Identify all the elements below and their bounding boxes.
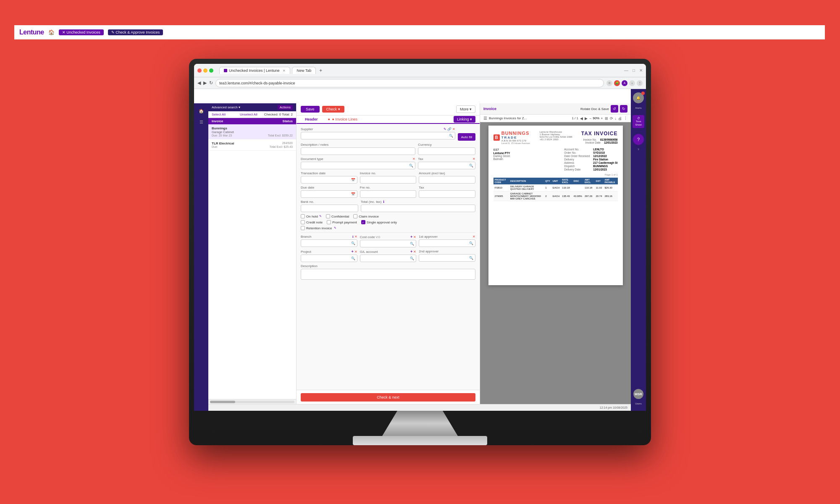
project-input[interactable]: [FS107] Fire St... 🔍 bbox=[301, 255, 357, 262]
nav-forward-button[interactable]: ▶ bbox=[203, 80, 207, 86]
invoice-item-tlr[interactable]: TLR Electrical 264/920 Due: Total Excl: … bbox=[208, 139, 296, 151]
cost-code-plus-icon[interactable]: + bbox=[410, 235, 412, 239]
branch-field[interactable]: (SYD) Sydney bbox=[303, 242, 350, 245]
download-icon[interactable]: ↓ bbox=[629, 80, 635, 86]
confidential-checkbox[interactable]: Confidential bbox=[326, 214, 349, 218]
cost-code-field[interactable]: (1200—M) Jo... bbox=[362, 242, 410, 246]
tab-invoice-lines[interactable]: ● ● Invoice Lines bbox=[324, 116, 362, 124]
bookmark-icon[interactable]: ☆ bbox=[606, 80, 612, 86]
project-plus-icon[interactable]: + bbox=[351, 249, 353, 254]
browser-restore-icon[interactable]: □ bbox=[633, 68, 635, 73]
total-info-icon[interactable]: ℹ bbox=[383, 200, 384, 204]
gl-account-x-icon[interactable]: ✕ bbox=[413, 250, 416, 254]
currency-field[interactable]: (NZD) Currency NZD bbox=[420, 150, 473, 153]
description-input[interactable]: Garage Cabinet bbox=[301, 147, 415, 155]
nav-reload-button[interactable]: ↻ bbox=[209, 80, 213, 86]
actions-label[interactable]: Actions bbox=[278, 105, 293, 110]
bank-no-input[interactable] bbox=[301, 205, 358, 212]
desc-line-input[interactable] bbox=[301, 269, 475, 280]
new-tab[interactable]: New Tab bbox=[292, 67, 316, 74]
check-next-button[interactable]: Check & next bbox=[301, 393, 475, 402]
cost-code-search-icon[interactable]: 🔍 bbox=[410, 242, 414, 246]
supplier-field[interactable]: [BUNNINGS] Bunnings bbox=[303, 134, 448, 138]
active-tab[interactable]: Unchecked Invoices | Lentune ✕ bbox=[219, 67, 290, 74]
prev-page-btn[interactable]: ◀ bbox=[580, 116, 583, 121]
minimize-button[interactable] bbox=[203, 68, 207, 73]
tax-amount-input[interactable]: 53.88 bbox=[419, 190, 475, 198]
refresh-preview-btn[interactable]: ↻ bbox=[620, 105, 627, 113]
supplier-search-icon[interactable]: 🔍 bbox=[449, 134, 453, 138]
second-approver-search-icon[interactable]: 🔍 bbox=[469, 256, 473, 260]
print-btn[interactable]: 🖨 bbox=[618, 116, 622, 121]
save-button[interactable]: Save bbox=[301, 106, 320, 113]
total-input[interactable]: 411.10 bbox=[361, 205, 475, 212]
unselect-all-btn[interactable]: Unselect All bbox=[240, 113, 257, 116]
settings-icon[interactable]: ⋮ bbox=[637, 80, 643, 86]
doctype-search-icon[interactable]: 🔍 bbox=[409, 164, 413, 168]
bank-no-field[interactable] bbox=[303, 207, 356, 210]
single-approval-checkbox[interactable]: ✓ Single approval only bbox=[361, 220, 397, 224]
supplier-x-icon[interactable]: ✕ bbox=[452, 127, 455, 131]
check-button[interactable]: Check ▾ bbox=[322, 106, 345, 113]
tab-header[interactable]: Header bbox=[301, 116, 322, 124]
supplier-input[interactable]: [BUNNINGS] Bunnings 🔍 bbox=[301, 132, 455, 139]
amount-excl-field[interactable]: 359.22 bbox=[421, 178, 473, 182]
gl-account-plus-icon[interactable]: + bbox=[410, 249, 412, 254]
tax-field[interactable]: (GSTPUR) GST bbox=[420, 164, 468, 168]
claim-invoice-checkbox[interactable]: Claim invoice bbox=[353, 214, 379, 218]
due-date-field[interactable]: 20/03/2023 bbox=[303, 192, 350, 196]
doctype-input[interactable]: Manual Approval 🔍 bbox=[301, 162, 415, 169]
next-page-btn[interactable]: ▶ bbox=[585, 116, 588, 121]
select-all-btn[interactable]: Select All bbox=[212, 113, 226, 116]
browser-minimize-icon[interactable]: — bbox=[624, 68, 628, 73]
branch-info-icon[interactable]: ℹ bbox=[352, 235, 354, 239]
trans-date-input[interactable]: 12/01/2023 📅 bbox=[301, 176, 357, 184]
retention-edit-icon[interactable]: ✎ bbox=[334, 226, 336, 230]
address-bar[interactable]: tea3.lentune.com/#/check-ds-payable-invo… bbox=[215, 79, 604, 87]
currency-input[interactable]: (NZD) Currency NZD bbox=[418, 147, 475, 155]
description-field[interactable]: Garage Cabinet bbox=[303, 150, 413, 153]
user-avatar[interactable]: MSR bbox=[633, 389, 643, 399]
help-btn[interactable]: ? bbox=[633, 134, 644, 145]
gl-account-field[interactable]: (300) Purchase... bbox=[362, 257, 410, 260]
first-approver-x-icon[interactable]: ✕ bbox=[472, 235, 475, 239]
amount-excl-input[interactable]: 359.22 bbox=[419, 176, 475, 184]
browser-close-icon[interactable]: ✕ bbox=[639, 68, 643, 73]
gl-account-input[interactable]: (300) Purchase... 🔍 bbox=[360, 255, 417, 262]
cost-code-input[interactable]: (1200—M) Jo... 🔍 bbox=[360, 240, 417, 247]
second-approver-input[interactable]: 🔍 bbox=[419, 254, 475, 262]
on-hold-checkbox[interactable]: On hold ✎ bbox=[301, 214, 322, 218]
tax-input[interactable]: (GSTPUR) GST 🔍 bbox=[418, 162, 475, 169]
close-button[interactable] bbox=[197, 68, 202, 73]
project-search-icon[interactable]: 🔍 bbox=[351, 257, 355, 260]
retention-invoice-checkbox[interactable]: Retention invoice ✎ bbox=[301, 226, 336, 230]
supplier-link-icon[interactable]: 🔗 bbox=[447, 127, 452, 131]
trans-date-field[interactable]: 12/01/2023 bbox=[303, 178, 350, 182]
tab-close-icon[interactable]: ✕ bbox=[283, 69, 286, 73]
supplier-edit-icon[interactable]: ✎ bbox=[444, 127, 446, 131]
project-x-icon[interactable]: ✕ bbox=[354, 250, 357, 254]
tax-x-icon[interactable]: ✕ bbox=[472, 157, 475, 161]
tax-amount-field[interactable]: 53.88 bbox=[421, 192, 473, 196]
on-hold-edit-icon[interactable]: ✎ bbox=[319, 215, 322, 218]
doctype-field[interactable]: Manual Approval bbox=[303, 164, 408, 168]
zoom-out-btn[interactable]: − bbox=[589, 116, 591, 121]
fre-no-field[interactable] bbox=[362, 192, 415, 196]
menu-icon[interactable]: ☰ bbox=[483, 116, 487, 121]
rotate-preview-btn[interactable]: ⟳ bbox=[610, 116, 613, 121]
gl-account-search-icon[interactable]: 🔍 bbox=[410, 257, 414, 260]
invoice-no-field[interactable]: 8139/9980658 bbox=[362, 178, 415, 182]
linking-button[interactable]: Linking ▾ bbox=[454, 116, 475, 123]
add-tab-button[interactable]: + bbox=[318, 68, 324, 74]
zoom-in-btn[interactable]: + bbox=[601, 116, 603, 121]
invoice-no-input[interactable]: 8139/9980658 bbox=[360, 176, 417, 184]
rotate-icon-btn[interactable]: ↺ bbox=[611, 105, 618, 113]
total-field[interactable]: 411.10 bbox=[363, 207, 473, 210]
cost-code-x-icon[interactable]: ✕ bbox=[413, 235, 416, 239]
project-field[interactable]: [FS107] Fire St... bbox=[303, 257, 350, 260]
doctype-x-icon[interactable]: ✕ bbox=[412, 157, 415, 161]
more-button[interactable]: More ▾ bbox=[456, 105, 475, 113]
credit-note-checkbox[interactable]: Credit note bbox=[301, 220, 323, 224]
maximize-button[interactable] bbox=[209, 68, 213, 73]
first-approver-input[interactable]: (MSR) Staff MI... 🔍 bbox=[419, 239, 475, 247]
